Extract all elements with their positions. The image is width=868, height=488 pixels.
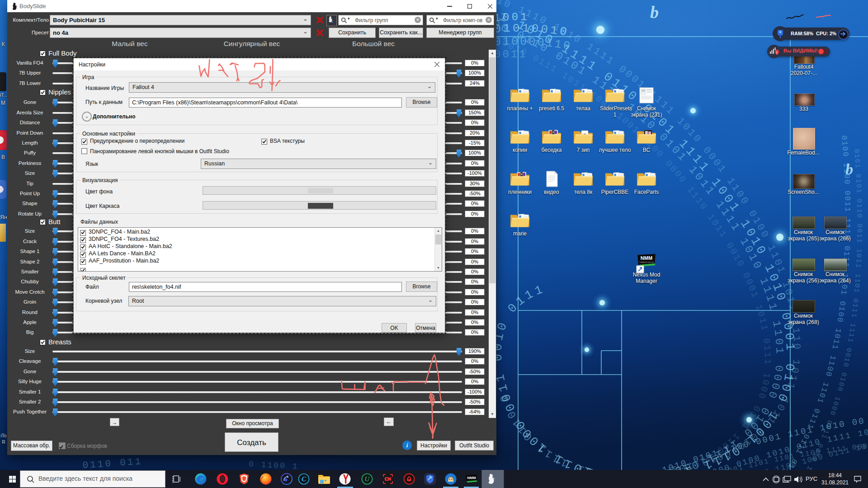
svg-text:0011: 0011 [494, 48, 528, 61]
svg-text:U: U [365, 475, 370, 483]
svg-text:b: b [650, 3, 659, 22]
svg-text:NMM: NMM [641, 255, 652, 261]
svg-text:C: C [302, 475, 307, 483]
svg-text:NMM: NMM [467, 476, 476, 480]
svg-text:COMMUNITY EDITION: COMMUNITY EDITION [639, 262, 653, 263]
svg-text:!: ! [776, 51, 778, 55]
svg-text:b: b [845, 161, 853, 178]
